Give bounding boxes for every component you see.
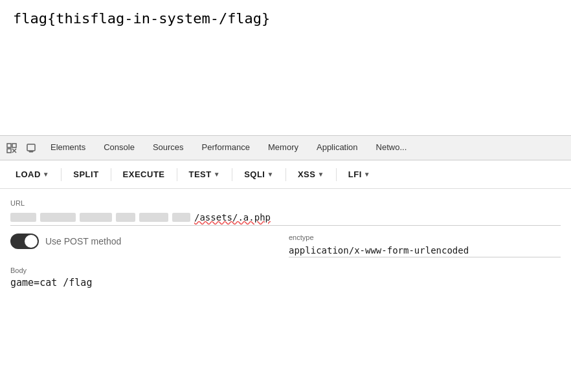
body-section: Body game=cat /flag [10, 267, 561, 289]
tab-elements[interactable]: Elements [41, 136, 95, 160]
flag-text: flag{thisflag-in-system-/flag} [13, 10, 270, 27]
post-method-toggle[interactable] [10, 234, 39, 249]
test-dropdown-arrow: ▼ [214, 171, 220, 178]
blur-block-4 [116, 213, 135, 222]
device-icon[interactable] [22, 139, 40, 157]
lfi-button[interactable]: LFI ▼ [341, 166, 378, 183]
toolbar: LOAD ▼ SPLIT EXECUTE TEST ▼ SQLI ▼ XSS ▼… [0, 160, 571, 189]
tab-sources[interactable]: Sources [144, 136, 193, 160]
load-dropdown-arrow: ▼ [43, 171, 49, 178]
blur-block-1 [10, 213, 36, 222]
body-label: Body [10, 267, 561, 274]
devtools-tab-bar: Elements Console Sources Performance Mem… [0, 136, 571, 160]
blur-block-2 [40, 213, 76, 222]
devtools-panel: Elements Console Sources Performance Mem… [0, 136, 571, 392]
divider-6 [336, 168, 337, 181]
page-content: flag{thisflag-in-system-/flag} [0, 0, 571, 136]
svg-rect-3 [27, 144, 35, 151]
sqli-dropdown-arrow: ▼ [267, 171, 273, 178]
test-button[interactable]: TEST ▼ [181, 166, 229, 183]
inspect-icon[interactable] [3, 139, 21, 157]
divider-1 [61, 168, 62, 181]
divider-3 [177, 168, 177, 181]
tab-memory[interactable]: Memory [259, 136, 308, 160]
svg-rect-0 [7, 144, 11, 147]
blur-block-3 [80, 213, 112, 222]
split-button[interactable]: SPLIT [65, 166, 106, 183]
url-path[interactable]: /assets/.a.php [194, 212, 271, 223]
tab-network[interactable]: Netwo... [367, 136, 416, 160]
tab-performance[interactable]: Performance [193, 136, 259, 160]
post-method-label: Use POST method [45, 236, 121, 246]
xss-dropdown-arrow: ▼ [317, 171, 324, 178]
enctype-value[interactable]: application/x-www-form-urlencoded [289, 244, 561, 257]
tab-console[interactable]: Console [95, 136, 144, 160]
blur-block-5 [139, 213, 168, 222]
divider-2 [111, 168, 111, 181]
enctype-label: enctype [289, 234, 561, 241]
url-bar: /assets/.a.php [10, 210, 561, 226]
divider-4 [232, 168, 232, 181]
xss-button[interactable]: XSS ▼ [290, 166, 332, 183]
divider-5 [286, 168, 286, 181]
blur-block-6 [172, 213, 190, 222]
lfi-dropdown-arrow: ▼ [364, 171, 370, 178]
url-blurred-parts: /assets/.a.php [10, 212, 271, 223]
execute-button[interactable]: EXECUTE [115, 166, 173, 183]
body-value[interactable]: game=cat /flag [10, 277, 561, 289]
svg-rect-1 [12, 144, 16, 147]
svg-rect-2 [7, 149, 11, 153]
url-label: URL [10, 199, 561, 207]
main-content: URL /assets/.a.php Use POST method encty… [0, 189, 571, 392]
load-button[interactable]: LOAD ▼ [8, 166, 57, 183]
sqli-button[interactable]: SQLI ▼ [236, 166, 282, 183]
tab-application[interactable]: Application [308, 136, 367, 160]
